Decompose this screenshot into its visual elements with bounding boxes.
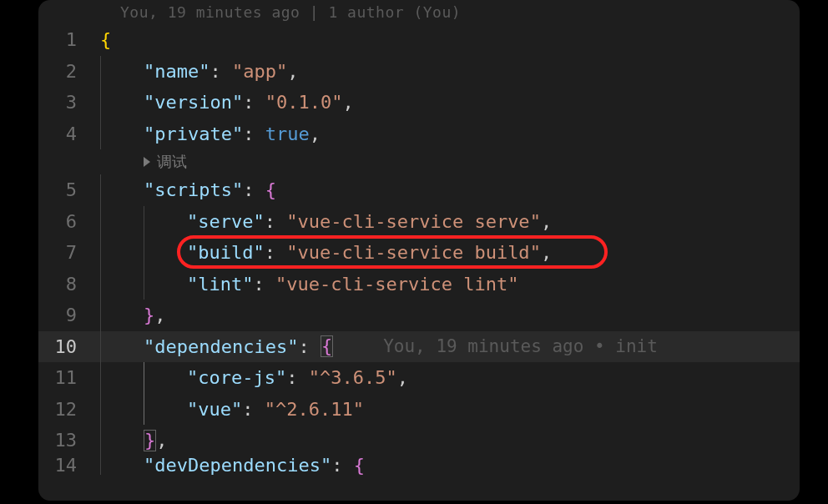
codelens-debug[interactable]: 调试 [38,149,800,174]
code-line[interactable]: 6 "serve": "vue-cli-service serve", [38,206,800,238]
line-number: 4 [38,123,100,144]
dep-corejs: ^3.6.5 [320,367,386,388]
play-icon [144,157,150,167]
code-line[interactable]: 1 { [38,24,800,56]
code-area[interactable]: 1 { 2 "name": "app", 3 "version": "0.1.0… [38,24,800,475]
line-number: 11 [38,367,100,388]
line-number: 3 [38,92,100,113]
json-version-value: 0.1.0 [276,92,331,113]
line-number: 6 [38,211,100,232]
code-line[interactable]: 13 }, [38,425,800,456]
editor-frame: You, 19 minutes ago | 1 author (You) 1 {… [38,0,800,501]
code-line[interactable]: 9 }, [38,300,800,331]
codelens-label: 调试 [157,152,187,172]
code-line[interactable]: 12 "vue": "^2.6.11" [38,394,800,426]
json-name-value: app [243,61,276,82]
line-number: 8 [38,274,100,295]
line-number: 13 [38,430,100,451]
line-number: 9 [38,305,100,325]
line-number: 10 [38,336,100,357]
git-top-annotation: You, 19 minutes ago | 1 author (You) [38,0,800,24]
code-line[interactable]: 2 "name": "app", [38,56,800,88]
code-line[interactable]: 8 "lint": "vue-cli-service lint" [38,269,800,300]
dep-vue: ^2.6.11 [275,399,353,420]
code-line[interactable]: 11 "core-js": "^3.6.5", [38,362,800,394]
code-line[interactable]: 14 "devDependencies": { [38,456,800,475]
code-line[interactable]: 3 "version": "0.1.0", [38,87,800,118]
line-number: 2 [38,61,100,82]
code-line[interactable]: 5 "scripts": { [38,174,800,206]
git-blame-inline: You, 19 minutes ago • init [383,336,658,356]
line-number: 14 [38,456,100,475]
line-number: 5 [38,179,100,200]
script-build: vue-cli-service build [297,242,529,263]
code-line-current[interactable]: 10 "dependencies": { You, 19 minutes ago… [38,331,800,363]
line-number: 7 [38,242,100,263]
line-number: 12 [38,399,100,420]
script-serve: vue-cli-service serve [297,211,529,232]
script-lint: vue-cli-service lint [286,274,507,295]
line-number: 1 [38,29,100,50]
code-line-highlighted[interactable]: 7 "build": "vue-cli-service build", [38,237,800,269]
devdeps-key: devDependencies [154,456,321,475]
json-private-value: true [265,123,310,144]
code-line[interactable]: 4 "private": true, [38,118,800,150]
